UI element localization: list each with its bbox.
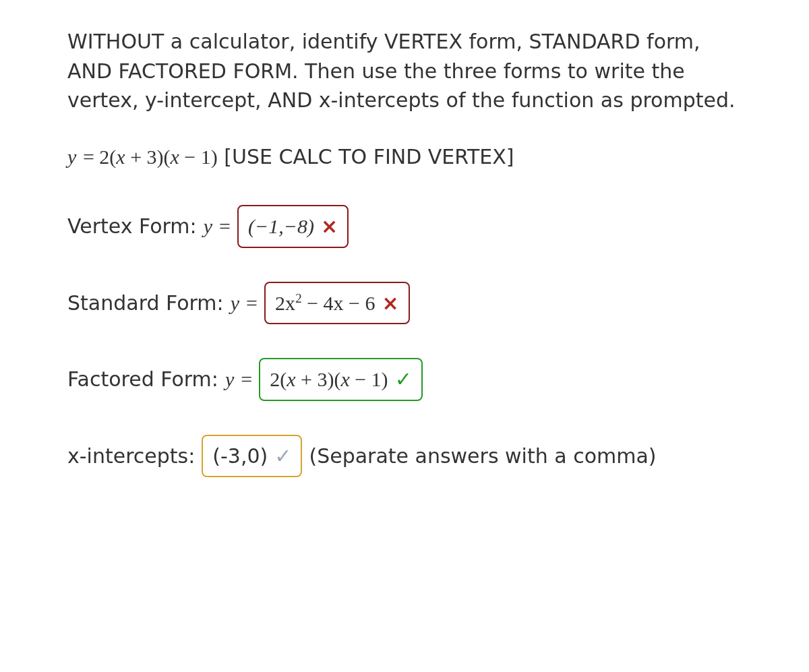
standard-form-label: Standard Form:: [67, 288, 224, 318]
incorrect-icon: ×: [382, 288, 399, 318]
vertex-form-label: Vertex Form:: [67, 212, 197, 241]
vertex-form-answer[interactable]: (−1,−8) ×: [237, 205, 349, 248]
partial-correct-icon: ✓: [274, 441, 291, 471]
x-intercepts-label: x-intercepts:: [67, 441, 195, 471]
factored-form-answer[interactable]: 2(x + 3)(x − 1) ✓: [259, 358, 423, 401]
vertex-form-answer-text: (−1,−8): [248, 212, 314, 241]
standard-form-answer[interactable]: 2x2 − 4x − 6 ×: [264, 282, 410, 325]
instructions-text: WITHOUT a calculator, identify VERTEX fo…: [67, 27, 742, 115]
vertex-form-row: Vertex Form: y = (−1,−8) ×: [67, 205, 742, 248]
vertex-calc-note: [USE CALC TO FIND VERTEX]: [224, 145, 514, 169]
x-intercepts-answer[interactable]: (-3,0) ✓: [202, 435, 302, 478]
standard-form-row: Standard Form: y = 2x2 − 4x − 6 ×: [67, 282, 742, 325]
x-intercepts-row: x-intercepts: (-3,0) ✓ (Separate answers…: [67, 435, 742, 478]
given-equation: y = 2(x + 3)(x − 1) [USE CALC TO FIND VE…: [67, 142, 742, 172]
factored-form-row: Factored Form: y = 2(x + 3)(x − 1) ✓: [67, 358, 742, 401]
x-intercepts-answer-text: (-3,0): [212, 441, 268, 471]
incorrect-icon: ×: [321, 212, 338, 241]
standard-answer-post: − 4x − 6: [302, 292, 376, 314]
standard-answer-pre: 2x: [275, 292, 295, 314]
correct-icon: ✓: [395, 365, 412, 394]
factored-form-label: Factored Form:: [67, 365, 218, 394]
standard-answer-exp: 2: [295, 291, 302, 305]
x-intercepts-hint: (Separate answers with a comma): [309, 441, 656, 471]
